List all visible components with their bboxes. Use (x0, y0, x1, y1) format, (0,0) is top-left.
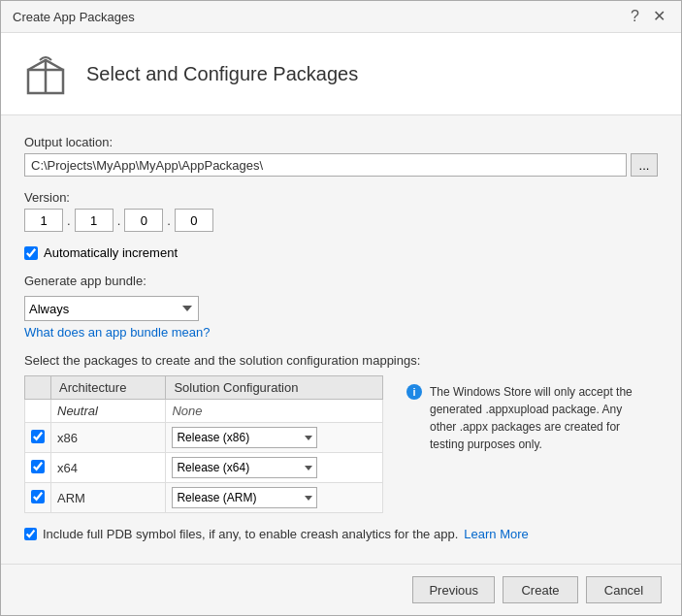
config-select[interactable]: Release (x86)Release (x64)Release (ARM)D… (172, 427, 317, 448)
info-icon: i (406, 384, 422, 400)
version-input-3[interactable] (124, 209, 163, 232)
col-header-config: Solution Configuration (166, 376, 383, 400)
packages-table-container: Architecture Solution Configuration Neut… (24, 375, 383, 513)
header: Select and Configure Packages (1, 33, 681, 115)
version-input-2[interactable] (75, 209, 114, 232)
col-header-check (25, 376, 51, 400)
auto-increment-row: Automatically increment (24, 245, 658, 260)
version-input-4[interactable] (175, 209, 213, 232)
pdb-row: Include full PDB symbol files, if any, t… (24, 527, 658, 541)
packages-table: Architecture Solution Configuration Neut… (24, 375, 383, 513)
packages-area: Architecture Solution Configuration Neut… (24, 375, 658, 513)
bundle-label: Generate app bundle: (24, 274, 658, 288)
config-select[interactable]: Release (x86)Release (x64)Release (ARM)D… (172, 457, 317, 478)
page-title: Select and Configure Packages (86, 63, 358, 85)
config-cell: Release (x86)Release (x64)Release (ARM)D… (166, 483, 383, 513)
col-header-arch: Architecture (51, 376, 166, 400)
auto-increment-checkbox[interactable] (24, 246, 38, 260)
output-label: Output location: (24, 135, 658, 149)
close-button[interactable]: ✕ (649, 9, 669, 24)
arch-cell: ARM (51, 483, 166, 513)
bundle-select[interactable]: Always If needed Never (24, 296, 199, 321)
create-button[interactable]: Create (503, 576, 578, 603)
arch-cell: x86 (51, 423, 166, 453)
dialog: Create App Packages ? ✕ Select and Confi… (0, 0, 682, 616)
table-row: x86Release (x86)Release (x64)Release (AR… (25, 423, 383, 453)
config-cell: None (166, 400, 383, 423)
info-box: i The Windows Store will only accept the… (399, 375, 658, 513)
package-icon (20, 49, 71, 99)
cancel-button[interactable]: Cancel (586, 576, 662, 603)
output-section: Output location: ... (24, 135, 658, 177)
dialog-title: Create App Packages (13, 10, 135, 24)
output-row: ... (24, 153, 658, 177)
previous-button[interactable]: Previous (412, 576, 495, 603)
version-label: Version: (24, 190, 658, 205)
help-button[interactable]: ? (627, 9, 643, 24)
footer: Previous Create Cancel (1, 564, 681, 615)
version-row: . . . (24, 209, 658, 232)
packages-section: Select the packages to create and the so… (24, 353, 658, 513)
bundle-section: Generate app bundle: Always If needed Ne… (24, 274, 658, 340)
title-bar: Create App Packages ? ✕ (1, 1, 681, 33)
config-select[interactable]: Release (x86)Release (x64)Release (ARM)D… (172, 487, 317, 508)
row-checkbox[interactable] (31, 430, 45, 443)
output-input[interactable] (24, 153, 627, 177)
learn-more-link[interactable]: Learn More (464, 527, 528, 541)
version-section: Version: . . . (24, 190, 658, 232)
config-cell: Release (x86)Release (x64)Release (ARM)D… (166, 423, 383, 453)
pdb-checkbox[interactable] (24, 528, 37, 540)
version-input-1[interactable] (24, 209, 63, 232)
arch-cell: x64 (51, 453, 166, 483)
row-checkbox[interactable] (31, 490, 45, 503)
table-row: ARMRelease (x86)Release (x64)Release (AR… (25, 483, 383, 513)
table-row: x64Release (x86)Release (x64)Release (AR… (25, 453, 383, 483)
packages-section-label: Select the packages to create and the so… (24, 353, 658, 368)
auto-increment-label[interactable]: Automatically increment (44, 245, 178, 260)
arch-cell: Neutral (51, 400, 166, 423)
pdb-label: Include full PDB symbol files, if any, t… (43, 527, 458, 541)
browse-button[interactable]: ... (631, 153, 658, 177)
row-checkbox[interactable] (31, 460, 45, 473)
bundle-link[interactable]: What does an app bundle mean? (24, 325, 658, 340)
config-cell: Release (x86)Release (x64)Release (ARM)D… (166, 453, 383, 483)
content: Output location: ... Version: . . . Auto… (1, 115, 681, 564)
title-bar-controls: ? ✕ (627, 9, 669, 24)
info-text: The Windows Store will only accept the g… (430, 383, 650, 505)
table-row: NeutralNone (25, 400, 383, 423)
